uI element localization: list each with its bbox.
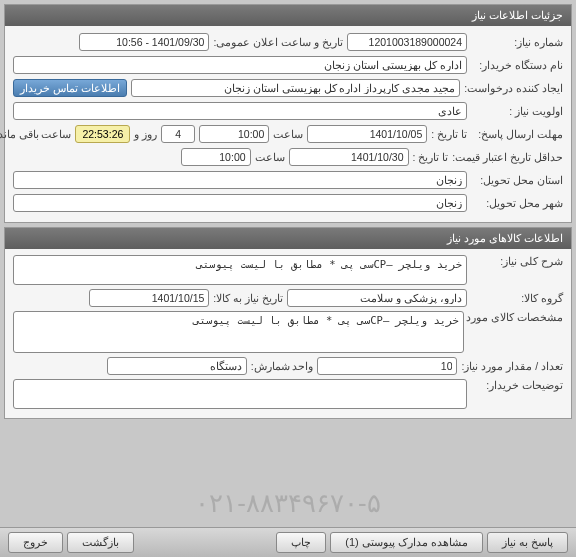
days-label: روز و: [134, 128, 157, 140]
unit-label: واحد شمارش:: [251, 360, 314, 372]
items-body: شرح کلی نیاز: گروه کالا: تاریخ نیاز به ک…: [5, 249, 571, 418]
announce-input[interactable]: [79, 33, 209, 51]
remain-label: ساعت باقی مانده: [0, 128, 71, 140]
to-date-label-1: تا تاریخ :: [431, 128, 467, 140]
group-label: گروه کالا:: [471, 292, 563, 304]
to-date-label-2: تا تاریخ :: [413, 151, 449, 163]
province-label: استان محل تحویل:: [471, 174, 563, 186]
group-input[interactable]: [287, 289, 467, 307]
reply-button[interactable]: پاسخ به نیاز: [487, 532, 568, 553]
unit-input[interactable]: [107, 357, 247, 375]
priority-input[interactable]: [13, 102, 467, 120]
deadline-date2-input[interactable]: [289, 148, 409, 166]
need-no-input[interactable]: [347, 33, 467, 51]
contact-buyer-button[interactable]: اطلاعات تماس خریدار: [13, 79, 127, 97]
requester-label: ایجاد کننده درخواست:: [464, 82, 563, 94]
bottom-toolbar: پاسخ به نیاز مشاهده مدارک پیوستی (1) چاپ…: [0, 527, 576, 557]
deadline-date1-input[interactable]: [307, 125, 427, 143]
summary-label: شرح کلی نیاز:: [471, 255, 563, 267]
need-details-panel: جزئیات اطلاعات نیاز شماره نیاز: تاریخ و …: [4, 4, 572, 223]
deadline-time1-input[interactable]: [199, 125, 269, 143]
panel-title: جزئیات اطلاعات نیاز: [472, 9, 563, 21]
panel-title-items: اطلاعات کالاهای مورد نیاز: [447, 232, 563, 244]
panel-header-items: اطلاعات کالاهای مورد نیاز: [5, 228, 571, 249]
requester-input[interactable]: [131, 79, 460, 97]
spec-label: مشخصات کالای مورد نیاز:: [468, 311, 563, 323]
qty-input[interactable]: [317, 357, 457, 375]
need-date-label: تاریخ نیاز به کالا:: [213, 292, 283, 304]
need-no-label: شماره نیاز:: [471, 36, 563, 48]
time-label-2: ساعت: [255, 151, 285, 163]
priority-label: اولویت نیاز :: [471, 105, 563, 117]
city-label: شهر محل تحویل:: [471, 197, 563, 209]
panel-header-need-details: جزئیات اطلاعات نیاز: [5, 5, 571, 26]
time-label-1: ساعت: [273, 128, 303, 140]
back-button[interactable]: بازگشت: [67, 532, 134, 553]
summary-textarea[interactable]: [13, 255, 467, 285]
days-input[interactable]: [161, 125, 195, 143]
qty-label: تعداد / مقدار مورد نیاز:: [461, 360, 563, 372]
exit-button[interactable]: خروج: [8, 532, 63, 553]
price-validity-label: حداقل تاریخ اعتبار قیمت:: [452, 151, 563, 163]
deadline-reply-label: مهلت ارسال پاسخ:: [471, 128, 563, 140]
panel-body: شماره نیاز: تاریخ و ساعت اعلان عمومی: نا…: [5, 26, 571, 222]
buyer-notes-textarea[interactable]: [13, 379, 467, 409]
items-panel: اطلاعات کالاهای مورد نیاز شرح کلی نیاز: …: [4, 227, 572, 419]
watermark-text: ۰۲۱-۸۸۳۴۹۶۷۰-۵: [195, 488, 380, 519]
view-attachments-button[interactable]: مشاهده مدارک پیوستی (1): [330, 532, 483, 553]
deadline-time2-input[interactable]: [181, 148, 251, 166]
buyer-notes-label: توضیحات خریدار:: [471, 379, 563, 391]
print-button[interactable]: چاپ: [276, 532, 326, 553]
spec-textarea[interactable]: [13, 311, 464, 353]
city-input[interactable]: [13, 194, 467, 212]
buyer-input[interactable]: [13, 56, 467, 74]
announce-label: تاریخ و ساعت اعلان عمومی:: [213, 36, 343, 48]
buyer-label: نام دستگاه خریدار:: [471, 59, 563, 71]
province-input[interactable]: [13, 171, 467, 189]
need-date-input[interactable]: [89, 289, 209, 307]
countdown-box: 22:53:26: [75, 125, 130, 143]
